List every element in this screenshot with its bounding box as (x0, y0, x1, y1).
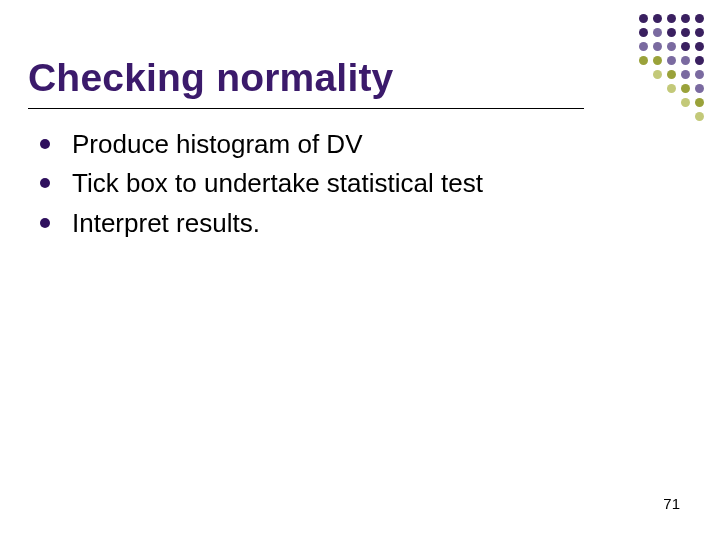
list-item: Tick box to undertake statistical test (40, 167, 640, 200)
slide: Checking normality Produce histogram of … (0, 0, 720, 540)
bullet-list: Produce histogram of DV Tick box to unde… (40, 128, 640, 246)
bullet-text: Interpret results. (72, 207, 260, 240)
list-item: Produce histogram of DV (40, 128, 640, 161)
decorative-dot-grid (634, 14, 704, 126)
title-underline (28, 108, 584, 109)
page-number: 71 (663, 495, 680, 512)
list-item: Interpret results. (40, 207, 640, 240)
bullet-icon (40, 218, 50, 228)
bullet-icon (40, 139, 50, 149)
slide-title: Checking normality (28, 56, 394, 100)
bullet-text: Tick box to undertake statistical test (72, 167, 483, 200)
bullet-text: Produce histogram of DV (72, 128, 362, 161)
bullet-icon (40, 178, 50, 188)
